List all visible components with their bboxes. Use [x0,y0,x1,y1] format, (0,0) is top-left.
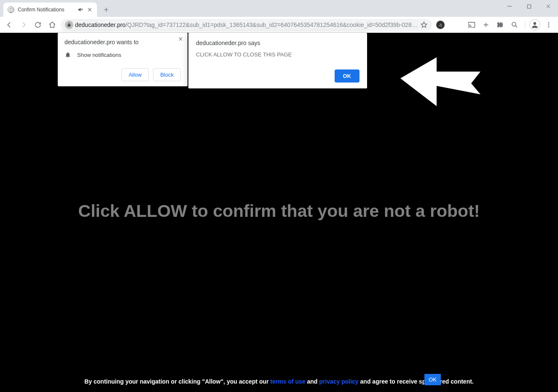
footer-pre: By continuing your navigation or clickin… [84,378,270,385]
cast-icon[interactable] [466,19,478,31]
window-controls [500,0,558,13]
new-tab-button[interactable] [100,4,112,16]
address-bar[interactable]: deducationeder.pro /QJRD?tag_id=737122&s… [61,19,432,31]
bookmark-star-icon[interactable] [420,21,428,29]
profile-avatar[interactable] [529,19,540,30]
globe-icon [8,6,14,13]
home-button[interactable] [46,19,58,31]
url-path: /QJRD?tag_id=737122&sub_id1=pdsk_1365143… [126,21,420,28]
allow-button[interactable]: Allow [121,68,149,81]
toolbar-divider [525,21,525,29]
url-domain: deducationeder.pro [75,21,126,28]
music-extension-icon[interactable]: ♫ [435,19,446,31]
tab-title: Confirm Notifications [18,7,75,13]
terms-link[interactable]: terms of use [270,378,305,385]
svg-point-5 [548,26,550,27]
notification-permission-dialog: deducationeder.pro wants to Show notific… [58,33,188,86]
forward-button[interactable] [18,19,30,31]
privacy-link[interactable]: privacy policy [319,378,358,385]
browser-titlebar: Confirm Notifications [0,0,558,17]
menu-button[interactable] [543,19,555,31]
block-button[interactable]: Block [153,68,181,81]
footer-and: and [306,378,319,385]
maximize-button[interactable] [519,0,539,13]
bell-icon [64,51,71,58]
extension-icon[interactable] [494,19,506,31]
plus-icon[interactable] [480,19,492,31]
footer-ok-button[interactable]: OK [424,374,441,385]
notification-permission-label: Show notifications [77,52,121,58]
lock-icon[interactable] [65,21,73,29]
svg-rect-0 [527,5,531,8]
minimize-button[interactable] [500,0,519,13]
headline-text: Click ALLOW to confirm that you are not … [0,201,558,221]
notification-dialog-title: deducationeder.pro wants to [64,39,181,45]
svg-marker-6 [400,57,480,106]
alert-ok-button[interactable]: OK [335,69,360,83]
svg-point-4 [548,24,550,25]
browser-toolbar: deducationeder.pro /QJRD?tag_id=737122&s… [0,17,558,33]
reload-button[interactable] [32,19,44,31]
svg-point-2 [534,22,537,25]
svg-point-1 [512,22,516,26]
javascript-alert-dialog: deducationeder.pro says CLICK ALLOW TO C… [188,33,367,88]
footer-text: By continuing your navigation or clickin… [0,377,558,386]
browser-tab[interactable]: Confirm Notifications [3,3,97,17]
alert-title: deducationeder.pro says [196,40,359,46]
mute-icon[interactable] [78,7,83,13]
svg-point-3 [548,22,550,24]
close-window-button[interactable] [539,0,558,13]
back-button[interactable] [3,19,15,31]
footer-post: and agree to receive sponsored content. [359,378,474,385]
arrow-graphic [400,52,480,111]
zoom-icon[interactable] [509,19,520,31]
notification-dialog-close-icon[interactable] [178,36,183,42]
alert-message: CLICK ALLOW TO CLOSE THIS PAGE [196,51,359,58]
close-tab-icon[interactable] [87,7,93,13]
